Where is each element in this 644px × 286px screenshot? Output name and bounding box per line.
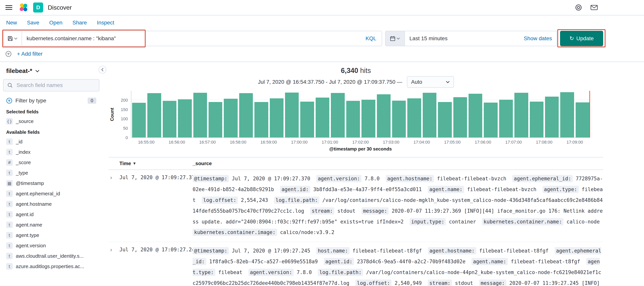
update-button[interactable]: ↻ Update [560, 31, 603, 46]
date-picker-button[interactable] [386, 31, 405, 46]
field-item[interactable]: #_score [3, 157, 99, 168]
histogram-bar[interactable] [438, 102, 452, 137]
histogram-bar[interactable] [178, 99, 192, 137]
field-type-icon: t [6, 201, 13, 207]
sort-descending-icon[interactable]: ▼ [132, 161, 136, 166]
histogram-bar[interactable] [239, 93, 253, 137]
hamburger-icon [6, 5, 12, 10]
field-item[interactable]: tazure.auditlogs.properties.ac... [3, 261, 99, 272]
histogram-bar[interactable] [423, 93, 436, 137]
saved-query-button[interactable] [4, 31, 22, 46]
histogram-bar[interactable] [208, 102, 222, 137]
histogram-bar[interactable] [530, 102, 544, 137]
field-type-icon: ▦ [6, 180, 13, 187]
y-axis-title: Count [108, 91, 116, 138]
filter-by-type-button[interactable]: Filter by type 0 [3, 95, 99, 106]
menu-button[interactable] [4, 4, 14, 11]
field-item[interactable]: {}_source [3, 116, 99, 126]
chevron-down-icon [396, 37, 400, 40]
histogram-bar[interactable] [392, 101, 406, 137]
interval-select[interactable]: Auto [407, 76, 454, 88]
field-item[interactable]: t_type [3, 168, 99, 178]
nav-link-save[interactable]: Save [27, 20, 39, 26]
time-range-subtitle: Jul 7, 2020 @ 16:54:37.750 - Jul 7, 2020… [258, 79, 402, 85]
x-tick-label: 16:56:00 [169, 140, 185, 145]
histogram-bar[interactable] [147, 93, 161, 137]
histogram-bar[interactable] [377, 94, 390, 137]
field-item[interactable]: ▦@timestamp [3, 178, 99, 188]
help-icon [575, 4, 582, 11]
histogram-bar[interactable] [560, 92, 574, 137]
histogram-bar[interactable] [514, 93, 528, 137]
field-item[interactable]: t_index [3, 147, 99, 157]
field-key-badge: log.file.path: [318, 269, 363, 276]
field-search-input[interactable] [16, 82, 95, 89]
histogram-bar[interactable] [300, 102, 314, 137]
available-fields-list: t_idt_index#_scoret_type▦@timestamptagen… [3, 136, 99, 272]
histogram-bar[interactable] [407, 98, 421, 137]
field-item[interactable]: tagent.version [3, 240, 99, 251]
nav-link-share[interactable]: Share [72, 20, 87, 26]
field-item[interactable]: tagent.type [3, 230, 99, 240]
field-item[interactable]: taws.cloudtrail.user_identity.s... [3, 251, 99, 261]
collapse-sidebar-button[interactable] [98, 66, 106, 73]
table-row: ›Jul 7, 2020 @ 17:09:27.370@timestamp: J… [108, 170, 603, 242]
time-column-header[interactable]: Time ▼ [120, 161, 192, 167]
elastic-logo[interactable] [18, 2, 28, 12]
histogram-bar[interactable] [254, 102, 268, 137]
add-filter-link[interactable]: + Add filter [17, 51, 42, 57]
histogram-bar[interactable] [132, 103, 146, 137]
nav-link-inspect[interactable]: Inspect [97, 20, 114, 26]
now-marker-line [589, 91, 590, 137]
query-input[interactable] [22, 31, 360, 46]
field-type-icon: t [6, 222, 13, 228]
field-item[interactable]: tagent.name [3, 220, 99, 230]
x-tick-label: 17:04:00 [414, 140, 430, 145]
nav-link-open[interactable]: Open [49, 20, 62, 26]
histogram-bar[interactable] [362, 100, 375, 138]
expand-row-button[interactable]: › [108, 173, 120, 182]
histogram-plot[interactable] [131, 91, 590, 138]
field-item[interactable]: t_id [3, 136, 99, 147]
histogram-bar[interactable] [453, 97, 467, 137]
selected-fields-list: {}_source [3, 116, 99, 126]
x-tick-label: 17:08:00 [536, 140, 552, 145]
histogram-bar[interactable] [224, 99, 238, 137]
index-pattern-selector[interactable]: filebeat-* [3, 65, 99, 77]
nav-link-new[interactable]: New [6, 20, 17, 26]
show-dates-link[interactable]: Show dates [519, 35, 556, 41]
document-source: @timestamp: Jul 7, 2020 @ 17:09:27.370 a… [192, 173, 603, 238]
field-item[interactable]: tagent.ephemeral_id [3, 188, 99, 199]
histogram-bar[interactable] [285, 93, 299, 137]
histogram-bar[interactable] [484, 103, 498, 137]
histogram-bar[interactable] [545, 97, 559, 137]
discover-app-badge: D [33, 2, 43, 12]
newsfeed-button[interactable] [589, 3, 599, 12]
interval-value: Auto [411, 79, 422, 85]
query-language-button[interactable]: KQL [360, 31, 382, 46]
time-range-label[interactable]: Last 15 minutes [405, 35, 519, 41]
histogram-bar[interactable] [576, 102, 589, 137]
field-item[interactable]: tagent.id [3, 209, 99, 220]
histogram-bar[interactable] [163, 101, 176, 137]
help-button[interactable] [574, 2, 584, 12]
histogram-bar[interactable] [270, 98, 284, 137]
field-key-badge: agent.ephemeral_id: [192, 247, 601, 265]
expand-row-button[interactable]: › [108, 246, 120, 254]
hits-count: 6,340 [341, 67, 358, 74]
field-name: _source [16, 118, 34, 124]
histogram-bar[interactable] [468, 94, 482, 137]
top-header: D Discover [0, 0, 644, 15]
field-item[interactable]: tagent.hostname [3, 199, 99, 209]
histogram-bar[interactable] [499, 100, 513, 138]
field-key-badge: agent.ephemeral_id: [512, 175, 572, 182]
histogram-bar[interactable] [331, 93, 344, 137]
available-fields-header: Available fields [3, 126, 99, 136]
field-type-icon: t [6, 242, 13, 249]
histogram-bar[interactable] [193, 93, 207, 137]
histogram-bar[interactable] [346, 101, 360, 137]
histogram-bar[interactable] [316, 98, 329, 137]
x-tick-label: 16:55:00 [138, 140, 155, 145]
x-tick-label: 17:01:00 [322, 140, 338, 145]
filter-menu-button[interactable] [4, 49, 13, 58]
